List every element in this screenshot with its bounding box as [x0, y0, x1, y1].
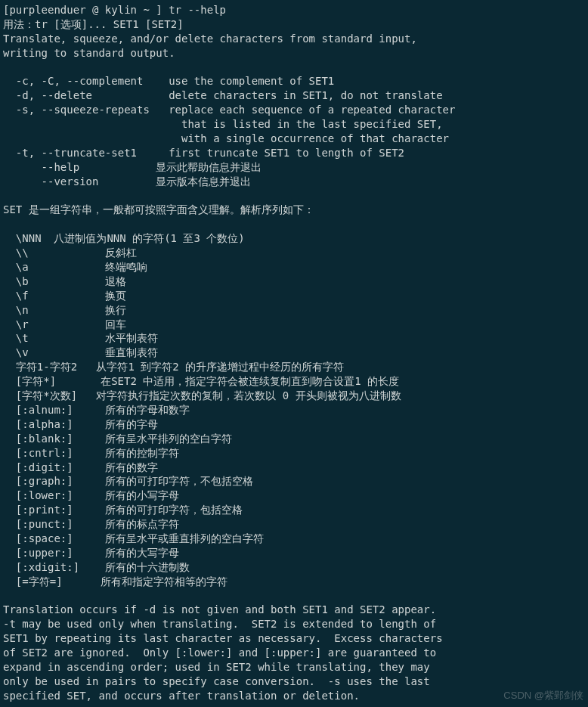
output-body: 用法：tr [选项]... SET1 [SET2] Translate, squ… — [3, 18, 455, 707]
prompt-line-1: [purpleenduer @ kylin ~ ] tr --help — [3, 4, 226, 16]
terminal-output[interactable]: [purpleenduer @ kylin ~ ] tr --help 用法：t… — [3, 3, 585, 707]
watermark: CSDN @紫郢剑侠 — [503, 689, 583, 702]
